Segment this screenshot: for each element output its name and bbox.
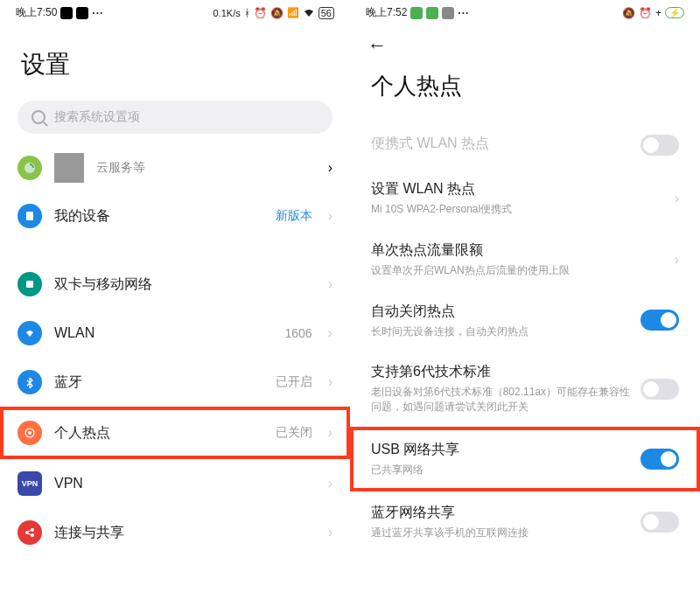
- item-main: 设置 WLAN 热点: [371, 180, 675, 199]
- chevron-right-icon: ›: [328, 374, 332, 390]
- row-vpn[interactable]: VPN VPN ›: [0, 459, 350, 508]
- chevron-right-icon: ›: [675, 191, 679, 206]
- bluetooth-icon: ᚼ: [244, 7, 250, 19]
- row-portable-wlan[interactable]: 便携式 WLAN 热点: [350, 122, 700, 168]
- hotspot-pane: 晚上7:52 ··· 🔕 ⏰ + ⚡ ← 个人热点 便携式 WLAN 热点 设置…: [350, 0, 700, 606]
- row-auto-close[interactable]: 自动关闭热点 长时间无设备连接，自动关闭热点: [350, 290, 700, 352]
- row-wlan[interactable]: WLAN 1606 ›: [0, 309, 350, 358]
- item-sub: 设置单次开启WLAN热点后流量的使用上限: [371, 263, 675, 278]
- toggle-portable-wlan[interactable]: [640, 135, 679, 156]
- battery-icon: ⚡: [665, 7, 684, 18]
- item-main: 自动关闭热点: [371, 303, 640, 321]
- plus-icon: +: [655, 7, 662, 19]
- item-sub: Mi 10S WPA2-Personal便携式: [371, 202, 675, 217]
- page-title: 个人热点: [350, 57, 700, 122]
- search-icon: [32, 110, 46, 124]
- item-sub: 老旧设备对第6代技术标准（802.11ax）可能存在兼容性问题，如遇问题请尝试关…: [371, 385, 640, 414]
- row-bt-tether[interactable]: 蓝牙网络共享 通过蓝牙共享该手机的互联网连接: [350, 491, 700, 553]
- row-label: 个人热点: [54, 424, 263, 442]
- net-speed: 0.1K/s: [214, 8, 241, 18]
- dnd-icon: 🔕: [622, 7, 635, 19]
- svg-rect-1: [26, 212, 33, 220]
- row-setup-wlan[interactable]: 设置 WLAN 热点 Mi 10S WPA2-Personal便携式 ›: [350, 168, 700, 229]
- item-sub: 长时间无设备连接，自动关闭热点: [371, 324, 640, 339]
- row-label: 蓝牙: [54, 373, 263, 392]
- row-label: 双卡与移动网络: [54, 275, 316, 294]
- app-icon-3: [442, 7, 454, 19]
- row-wifi6[interactable]: 支持第6代技术标准 老旧设备对第6代技术标准（802.11ax）可能存在兼容性问…: [350, 351, 700, 427]
- row-hotspot[interactable]: 个人热点 已关闭 ›: [4, 410, 346, 456]
- chevron-right-icon: ›: [328, 276, 332, 292]
- search-input[interactable]: 搜索系统设置项: [18, 101, 332, 134]
- row-data-limit[interactable]: 单次热点流量限额 设置单次开启WLAN热点后流量的使用上限 ›: [350, 229, 700, 290]
- row-value: 新版本: [276, 208, 312, 224]
- item-sub: 已共享网络: [371, 463, 640, 477]
- item-main: 支持第6代技术标准: [371, 363, 640, 381]
- settings-pane: 晚上7:50 ··· 0.1K/s ᚼ ⏰ 🔕 📶 56 设置 搜索系统设置项 …: [0, 0, 350, 606]
- signal-icon: 📶: [287, 7, 299, 18]
- app-icon-1: [410, 7, 423, 19]
- toggle-wifi6[interactable]: [640, 379, 679, 400]
- row-label: WLAN: [54, 325, 273, 341]
- item-main: 单次热点流量限额: [371, 241, 675, 260]
- row-value: 已开启: [276, 374, 312, 390]
- item-main: USB 网络共享: [371, 441, 640, 459]
- hotspot-icon: [18, 421, 42, 445]
- row-label: 我的设备: [54, 207, 263, 226]
- chevron-right-icon: ›: [328, 525, 332, 540]
- row-usb-tether[interactable]: USB 网络共享 已共享网络: [354, 430, 696, 488]
- wifi-icon: [18, 321, 42, 345]
- sim-icon: [18, 272, 42, 296]
- row-sim-mobile[interactable]: 双卡与移动网络 ›: [0, 260, 350, 309]
- chevron-right-icon: ›: [328, 476, 332, 491]
- row-connection-share[interactable]: 连接与共享 ›: [0, 508, 350, 557]
- chevron-right-icon: ›: [328, 325, 332, 341]
- app-icon-2: [426, 7, 438, 19]
- avatar: [54, 153, 84, 183]
- wifi-icon: [303, 8, 315, 18]
- vpn-icon: VPN: [18, 471, 42, 496]
- alarm-icon: ⏰: [639, 7, 652, 19]
- cloud-icon: [18, 156, 42, 180]
- device-icon: [18, 204, 42, 228]
- item-main: 蓝牙网络共享: [371, 504, 640, 522]
- status-bar-left: 晚上7:50 ··· 0.1K/s ᚼ ⏰ 🔕 📶 56: [0, 0, 350, 22]
- back-button[interactable]: ←: [350, 22, 700, 57]
- row-value: 1606: [285, 326, 312, 340]
- chevron-right-icon: ›: [328, 160, 332, 176]
- row-bluetooth[interactable]: 蓝牙 已开启 ›: [0, 358, 350, 407]
- chevron-right-icon: ›: [328, 425, 332, 441]
- status-time: 晚上7:50: [16, 5, 57, 20]
- toggle-auto-close[interactable]: [640, 310, 679, 331]
- page-title: 设置: [0, 22, 350, 97]
- row-label: VPN: [54, 476, 316, 491]
- dnd-icon: 🔕: [270, 7, 284, 19]
- search-placeholder: 搜索系统设置项: [54, 109, 140, 125]
- chevron-right-icon: ›: [675, 252, 679, 268]
- cloud-service-row[interactable]: 云服务等 ›: [0, 144, 350, 192]
- app-icon-1: [60, 7, 73, 19]
- chevron-right-icon: ›: [328, 208, 332, 224]
- item-main: 便携式 WLAN 热点: [371, 135, 640, 153]
- status-time: 晚上7:52: [366, 5, 407, 20]
- battery-badge: 56: [318, 7, 334, 19]
- item-sub: 通过蓝牙共享该手机的互联网连接: [371, 526, 640, 540]
- bluetooth-icon: [18, 370, 42, 394]
- cloud-label: 云服务等: [96, 160, 316, 176]
- toggle-usb-tether[interactable]: [640, 449, 679, 470]
- row-label: 连接与共享: [54, 524, 316, 542]
- row-value: 已关闭: [276, 425, 312, 441]
- svg-point-3: [28, 431, 32, 435]
- row-my-device[interactable]: 我的设备 新版本 ›: [0, 192, 350, 240]
- svg-rect-2: [26, 281, 33, 288]
- alarm-icon: ⏰: [254, 7, 267, 19]
- status-more-icon: ···: [458, 7, 469, 19]
- app-icon-2: [76, 7, 88, 19]
- toggle-bt-tether[interactable]: [640, 512, 679, 533]
- status-more-icon: ···: [92, 7, 103, 19]
- share-icon: [18, 520, 42, 545]
- status-bar-right: 晚上7:52 ··· 🔕 ⏰ + ⚡: [350, 0, 700, 22]
